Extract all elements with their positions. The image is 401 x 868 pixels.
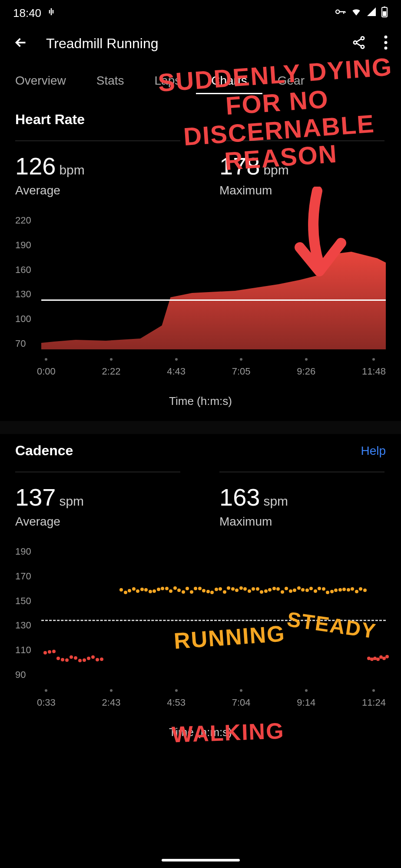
x-tick: 7:05 (232, 358, 251, 377)
cadence-max-stat: 163 spm Maximum (219, 472, 384, 529)
hr-avg-unit: bpm (59, 163, 84, 178)
y-tick: 170 (15, 571, 31, 582)
scatter-dot (206, 590, 210, 593)
scatter-dot (78, 659, 82, 662)
scatter-dot (65, 658, 69, 662)
hr-x-axis: 0:00 2:22 4:43 7:05 9:26 11:48 (37, 358, 386, 377)
scatter-dot (43, 651, 47, 654)
wifi-icon (351, 6, 362, 20)
scatter-dot (132, 587, 136, 591)
tab-stats[interactable]: Stats (81, 74, 139, 94)
cadence-avg-unit: spm (59, 494, 84, 509)
scatter-dot (276, 587, 280, 591)
vpn-key-icon (334, 6, 346, 21)
scatter-dot (227, 586, 230, 590)
scatter-dot (223, 590, 226, 594)
scatter-dot (136, 589, 139, 593)
scatter-dot (56, 657, 60, 660)
scatter-dot (330, 590, 334, 593)
scatter-dot (152, 589, 156, 593)
hr-avg-value: 126 (15, 152, 56, 180)
x-tick: 4:43 (167, 358, 186, 377)
hr-avg-label: Average (15, 184, 180, 197)
home-indicator[interactable] (162, 859, 240, 861)
scatter-dot (161, 587, 164, 590)
scatter-dot (239, 586, 243, 590)
back-button[interactable] (13, 35, 29, 52)
cadence-avg-value: 137 (15, 483, 56, 511)
x-tick: 9:26 (297, 358, 315, 377)
y-tick: 220 (15, 215, 31, 226)
scatter-dot (281, 590, 284, 594)
scatter-dot (326, 591, 329, 594)
scatter-dot (140, 588, 144, 591)
heart-rate-title: Heart Rate (15, 112, 85, 128)
share-button[interactable] (351, 35, 366, 52)
scatter-dot (83, 658, 86, 662)
scatter-dot (248, 589, 251, 593)
x-tick: 4:53 (167, 689, 186, 708)
scatter-dot (165, 587, 169, 590)
y-tick: 130 (15, 289, 31, 300)
y-tick: 160 (15, 264, 31, 276)
scatter-dot (186, 587, 189, 590)
scatter-dot (351, 587, 354, 591)
scatter-dot (309, 587, 313, 590)
x-tick: 2:43 (102, 689, 121, 708)
scatter-dot (61, 658, 64, 661)
cadence-max-label: Maximum (219, 515, 384, 529)
scatter-dot (157, 588, 160, 591)
y-tick: 70 (15, 338, 31, 349)
scatter-dot (342, 588, 346, 591)
scatter-dot (100, 658, 103, 661)
scatter-dot (190, 590, 193, 594)
status-time: 18:40 (13, 7, 41, 20)
cadence-title: Cadence (15, 443, 73, 459)
scatter-dot (177, 589, 181, 592)
cadence-section: Cadence Help 137 spm Average 163 spm Max… (0, 434, 401, 752)
scatter-dot (272, 587, 276, 590)
scatter-dot (264, 589, 268, 593)
y-tick: 90 (15, 669, 31, 681)
scatter-dot (215, 588, 218, 591)
x-tick: 9:14 (297, 689, 315, 708)
scatter-dot (149, 590, 152, 593)
scatter-dot (173, 586, 177, 590)
scatter-dot (169, 589, 172, 593)
help-link[interactable]: Help (361, 444, 386, 458)
hr-y-axis: 220 190 160 130 100 70 (15, 215, 31, 349)
scatter-dot (202, 589, 205, 592)
more-button[interactable] (384, 35, 388, 52)
audio-wave-icon (46, 7, 57, 20)
scatter-dot (96, 658, 99, 661)
hr-axis-label: Time (h:m:s) (15, 395, 386, 408)
y-tick: 190 (15, 546, 31, 557)
svg-point-8 (384, 41, 387, 44)
cadence-avg-stat: 137 spm Average (15, 472, 180, 529)
section-divider (0, 421, 401, 434)
scatter-dot (338, 588, 342, 592)
hr-avg-line (41, 299, 386, 301)
svg-point-0 (336, 10, 339, 13)
y-tick: 150 (15, 595, 31, 607)
scatter-dot (182, 590, 185, 594)
scatter-dot (334, 589, 338, 592)
y-tick: 110 (15, 644, 31, 656)
scatter-dot (91, 655, 95, 659)
scatter-dot (347, 588, 350, 592)
y-tick: 190 (15, 240, 31, 251)
hr-avg-stat: 126 bpm Average (15, 141, 180, 197)
svg-rect-3 (384, 7, 385, 8)
scatter-dot (198, 587, 202, 590)
annotation-dying: SUDDENLY DYING FOR NO DISCERNABLE REASON (153, 53, 401, 180)
y-tick: 100 (15, 313, 31, 325)
x-tick: 11:48 (362, 358, 386, 377)
scatter-dot (194, 587, 197, 590)
scatter-dot (128, 589, 131, 592)
scatter-dot (285, 587, 288, 590)
scatter-dot (293, 589, 296, 592)
scatter-dot (355, 590, 358, 593)
annotation-walking: WALKING (171, 718, 285, 747)
tab-overview[interactable]: Overview (0, 74, 81, 94)
cadence-x-axis: 0:33 2:43 4:53 7:04 9:14 11:24 (37, 689, 386, 708)
